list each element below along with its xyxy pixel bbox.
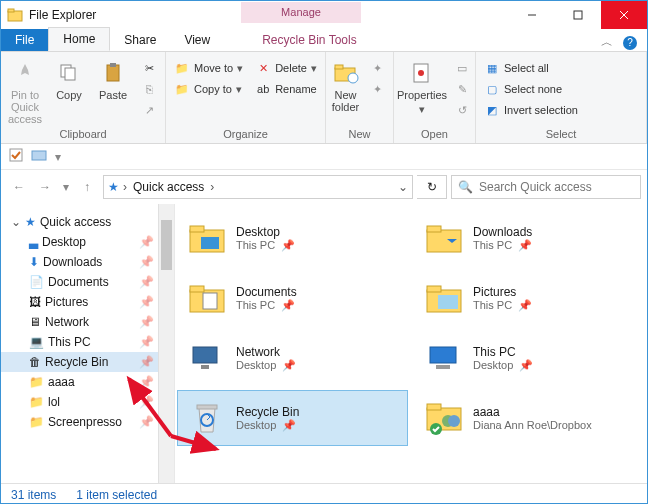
tree-item-lol[interactable]: 📁lol📌 [1,392,158,412]
new-folder-button[interactable]: New folder [330,55,361,113]
documents-icon: 📄 [29,275,44,289]
properties-button[interactable]: Properties▾ [398,55,446,116]
pin-icon: 📌 [139,295,154,309]
cut-button[interactable]: ✂ [137,59,161,77]
tree-item-pictures[interactable]: 🖼Pictures📌 [1,292,158,312]
svg-rect-15 [10,149,22,161]
folder-icon [423,277,465,319]
address-history-dropdown[interactable]: ⌄ [398,180,408,194]
pc-icon: 💻 [29,335,44,349]
pin-to-quick-access-button[interactable]: Pin to Quick access [5,55,45,125]
open-button[interactable]: ▭ [450,59,474,77]
folder-icon [423,217,465,259]
desktop-icon: ▃ [29,235,38,249]
pin-icon: 📌 [281,299,295,312]
refresh-button[interactable]: ↻ [417,175,447,199]
svg-rect-30 [430,347,456,363]
ribbon-collapse-icon[interactable]: ︿ [601,34,613,51]
tree-item-network[interactable]: 🖥Network📌 [1,312,158,332]
tree-item-aaaa[interactable]: 📁aaaa📌 [1,372,158,392]
tree-item-documents[interactable]: 📄Documents📌 [1,272,158,292]
scissors-icon: ✂ [141,60,157,76]
tab-share[interactable]: Share [110,28,170,51]
chevron-down-icon[interactable]: ⌄ [11,215,21,229]
pin-icon [11,59,39,87]
tree-item-screenpresso[interactable]: 📁Screenpresso📌 [1,412,158,432]
back-button[interactable]: ← [7,175,31,199]
forward-button[interactable]: → [33,175,57,199]
qat-checkbox[interactable] [9,148,23,165]
item-desktop[interactable]: DesktopThis PC📌 [177,210,408,266]
selectnone-icon: ▢ [484,81,500,97]
tab-view[interactable]: View [170,28,224,51]
tree-item-desktop[interactable]: ▃Desktop📌 [1,232,158,252]
tree-item-downloads[interactable]: ⬇Downloads📌 [1,252,158,272]
open-icon: ▭ [454,60,470,76]
pc-icon [423,337,465,379]
move-icon: 📁 [174,60,190,76]
paste-button[interactable]: Paste [93,55,133,101]
select-all-button[interactable]: ▦Select all [480,59,582,77]
item-pictures[interactable]: PicturesThis PC📌 [414,270,645,326]
qat-folder-icon[interactable] [31,148,47,165]
navigation-pane: ⌄ ★ Quick access ▃Desktop📌 ⬇Downloads📌 📄… [1,204,175,483]
tree-item-this-pc[interactable]: 💻This PC📌 [1,332,158,352]
svg-rect-1 [8,9,14,12]
item-network[interactable]: NetworkDesktop📌 [177,330,408,386]
delete-button[interactable]: ✕Delete▾ [251,59,321,77]
paste-shortcut-button[interactable]: ↗ [137,101,161,119]
recent-locations-button[interactable]: ▾ [59,175,73,199]
search-box[interactable]: 🔍 Search Quick access [451,175,641,199]
sparkle-icon: ✦ [369,60,385,76]
qat-overflow[interactable]: ▾ [55,150,61,164]
tab-file[interactable]: File [1,29,48,51]
pin-icon: 📌 [282,359,296,372]
move-to-button[interactable]: 📁Move to▾ [170,59,247,77]
copy-icon [55,59,83,87]
maximize-button[interactable] [555,1,601,29]
sidebar-scrollbar[interactable] [158,204,174,483]
search-placeholder: Search Quick access [479,180,592,194]
status-bar: 31 items 1 item selected [1,483,647,504]
pin-icon: 📌 [139,255,154,269]
up-button[interactable]: ↑ [75,175,99,199]
svg-rect-21 [427,226,441,232]
rename-button[interactable]: abRename [251,80,321,98]
tree-quick-access[interactable]: ⌄ ★ Quick access [1,212,158,232]
new-item-button[interactable]: ✦ [365,59,389,77]
svg-rect-28 [193,347,217,363]
item-documents[interactable]: DocumentsThis PC📌 [177,270,408,326]
tree-item-recycle-bin[interactable]: 🗑Recycle Bin📌 [1,352,158,372]
tab-recycle-bin-tools[interactable]: Recycle Bin Tools [248,28,371,51]
invert-selection-button[interactable]: ◩Invert selection [480,101,582,119]
item-recycle-bin[interactable]: Recycle BinDesktop📌 [177,390,408,446]
history-button[interactable]: ↺ [450,101,474,119]
network-icon: 🖥 [29,315,41,329]
folder-shared-icon [423,397,465,439]
item-this-pc[interactable]: This PCDesktop📌 [414,330,645,386]
item-downloads[interactable]: DownloadsThis PC📌 [414,210,645,266]
edit-icon: ✎ [454,81,470,97]
svg-rect-29 [201,365,209,369]
status-selection: 1 item selected [76,488,157,502]
recycle-bin-icon: 🗑 [29,355,41,369]
svg-rect-35 [427,404,441,410]
edit-button[interactable]: ✎ [450,80,474,98]
select-none-button[interactable]: ▢Select none [480,80,582,98]
minimize-button[interactable] [509,1,555,29]
chevron-right-icon[interactable]: › [123,180,127,194]
svg-point-14 [418,70,424,76]
copy-button[interactable]: Copy [49,55,89,101]
item-aaaa[interactable]: aaaaDiana Ann Roe\Dropbox [414,390,645,446]
svg-rect-27 [438,295,458,309]
chevron-right-icon[interactable]: › [210,180,214,194]
copy-to-button[interactable]: 📁Copy to▾ [170,80,247,98]
address-bar[interactable]: ★ › Quick access › ⌄ [103,175,413,199]
svg-rect-19 [201,237,219,249]
help-icon[interactable]: ? [623,36,637,50]
tab-home[interactable]: Home [48,27,110,51]
copy-path-button[interactable]: ⎘ [137,80,161,98]
easy-access-button[interactable]: ✦ [365,80,389,98]
close-button[interactable] [601,1,647,29]
breadcrumb-quick-access[interactable]: Quick access [131,180,206,194]
